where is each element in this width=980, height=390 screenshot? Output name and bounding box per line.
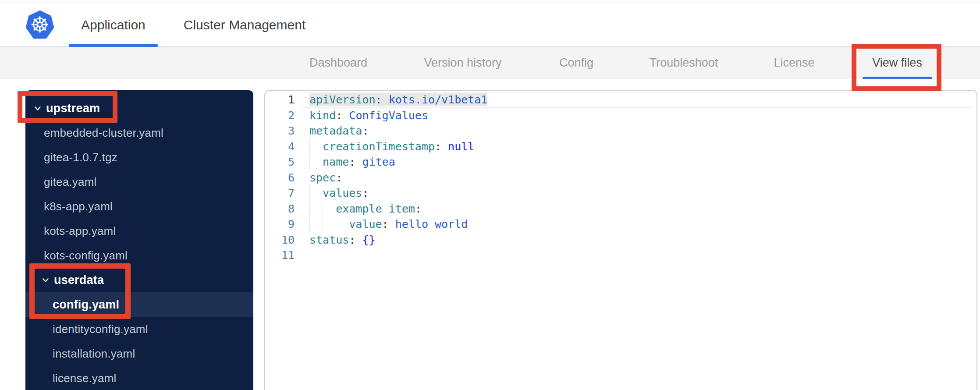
kots-admin-console: ☸ ApplicationCluster Management Dashboar… (0, 0, 980, 390)
tree-file-kots-app-yaml[interactable]: kots-app.yaml (25, 219, 253, 243)
indent-guide (309, 139, 310, 155)
kubernetes-logo-icon: ☸ (25, 11, 54, 39)
yaml-token: : (382, 218, 395, 230)
yaml-token: : (362, 124, 369, 137)
file-name: gitea-1.0.7.tgz (44, 151, 117, 164)
tab-label: Dashboard (309, 56, 367, 70)
tab-label: License (774, 56, 814, 70)
yaml-token: : (415, 202, 422, 215)
line-number: 6 (265, 170, 295, 186)
file-name: license.yaml (53, 372, 116, 385)
code-line-4[interactable]: 4 creationTimestamp: null (265, 139, 976, 155)
tab-view-files[interactable]: View files (863, 47, 932, 79)
indent-guide (309, 216, 310, 232)
app-tabs: ApplicationCluster Management (69, 3, 331, 46)
line-number: 8 (265, 201, 295, 217)
line-number: 3 (265, 123, 295, 139)
yaml-token: : (349, 156, 362, 168)
yaml-token (309, 140, 323, 153)
code-line-7[interactable]: 7 values: (265, 185, 976, 201)
indent-guide (309, 185, 310, 201)
yaml-token: : (336, 171, 342, 184)
yaml-token (309, 218, 349, 230)
tree-file-embedded-cluster-yaml[interactable]: embedded-cluster.yaml (25, 121, 253, 145)
yaml-token: : (376, 93, 389, 106)
tree-folder-upstream[interactable]: upstream (25, 96, 253, 121)
top-navigation-bar: ☸ ApplicationCluster Management (0, 3, 980, 47)
yaml-token (309, 156, 323, 168)
code-line-content: kind: ConfigValues (295, 108, 976, 124)
tree-file-installation-yaml[interactable]: installation.yaml (25, 341, 253, 366)
code-line-10[interactable]: 10status: {} (265, 232, 976, 248)
selected-text-highlight: apiVersion: kots.io/v1beta1 (309, 93, 487, 106)
line-number: 2 (265, 108, 295, 124)
tree-file-k8s-app-yaml[interactable]: k8s-app.yaml (25, 194, 253, 219)
code-line-2[interactable]: 2kind: ConfigValues (265, 108, 976, 124)
editor-code-area[interactable]: 1apiVersion: kots.io/v1beta12kind: Confi… (265, 92, 976, 390)
code-line-11[interactable]: 11 (265, 248, 976, 263)
indent-guide (323, 216, 323, 232)
tab-license[interactable]: License (764, 47, 824, 79)
code-line-6[interactable]: 6spec: (265, 170, 976, 186)
file-tree-sidebar: upstreamembedded-cluster.yamlgitea-1.0.7… (25, 90, 253, 390)
code-line-content: apiVersion: kots.io/v1beta1 (295, 92, 976, 108)
tab-application[interactable]: Application (69, 3, 158, 46)
yaml-token: hello world (395, 218, 468, 230)
file-name: k8s-app.yaml (44, 200, 113, 213)
tab-cluster-management[interactable]: Cluster Management (171, 3, 318, 46)
tree-file-kots-config-yaml[interactable]: kots-config.yaml (25, 243, 253, 268)
yaml-token: apiVersion (309, 93, 376, 106)
code-line-3[interactable]: 3metadata: (265, 123, 976, 139)
yaml-token: spec (309, 171, 336, 184)
yaml-token: creationTimestamp (323, 140, 435, 153)
active-tab-indicator (863, 77, 932, 79)
indent-guide (336, 216, 336, 232)
code-line-content: spec: (295, 170, 976, 186)
yaml-token: status (309, 234, 349, 246)
file-name: config.yaml (53, 298, 119, 312)
code-line-1[interactable]: 1apiVersion: kots.io/v1beta1 (265, 92, 976, 108)
code-line-9[interactable]: 9 value: hello world (265, 216, 976, 232)
tab-dashboard[interactable]: Dashboard (300, 47, 377, 79)
file-name: kots-app.yaml (44, 224, 116, 238)
yaml-token: : (362, 187, 369, 199)
code-line-content: status: {} (295, 232, 976, 248)
file-name: gitea.yaml (44, 175, 97, 189)
line-number: 7 (265, 185, 295, 201)
folder-name: upstream (46, 102, 100, 115)
tree-file-config-yaml[interactable]: config.yaml (25, 292, 253, 317)
code-line-8[interactable]: 8 example_item: (265, 201, 976, 217)
yaml-token: : (435, 140, 448, 153)
file-viewer-editor[interactable]: 1apiVersion: kots.io/v1beta12kind: Confi… (264, 90, 977, 390)
yaml-token: {} (362, 234, 375, 246)
tab-label: View files (872, 56, 922, 70)
file-name: identityconfig.yaml (53, 323, 148, 336)
tab-config[interactable]: Config (550, 47, 603, 79)
line-number: 4 (265, 139, 295, 155)
tab-label: Version history (424, 56, 501, 70)
yaml-token: values (323, 187, 362, 199)
tree-file-license-yaml[interactable]: license.yaml (25, 366, 253, 390)
yaml-token (309, 187, 323, 199)
tab-label: Config (559, 56, 593, 70)
yaml-token: value (349, 218, 382, 230)
folder-name: userdata (54, 273, 104, 287)
code-line-5[interactable]: 5 name: gitea (265, 154, 976, 170)
yaml-token: kots.io/v1beta1 (389, 93, 488, 106)
file-tree: upstreamembedded-cluster.yamlgitea-1.0.7… (25, 90, 253, 390)
chevron-down-icon (33, 103, 43, 113)
tab-label: Troubleshoot (650, 56, 718, 70)
tree-file-identityconfig-yaml[interactable]: identityconfig.yaml (25, 317, 253, 341)
tree-folder-userdata[interactable]: userdata (25, 268, 253, 292)
tree-file-gitea-1-0-7-tgz[interactable]: gitea-1.0.7.tgz (25, 145, 253, 170)
indent-guide (309, 201, 310, 217)
file-name: embedded-cluster.yaml (44, 126, 163, 140)
line-number: 9 (265, 216, 295, 232)
indent-guide (309, 154, 310, 170)
yaml-token: name (323, 156, 349, 168)
yaml-token: : (349, 234, 362, 246)
tab-version-history[interactable]: Version history (414, 47, 511, 79)
tab-troubleshoot[interactable]: Troubleshoot (640, 47, 728, 79)
tree-file-gitea-yaml[interactable]: gitea.yaml (25, 170, 253, 194)
tab-label: Cluster Management (184, 18, 305, 32)
